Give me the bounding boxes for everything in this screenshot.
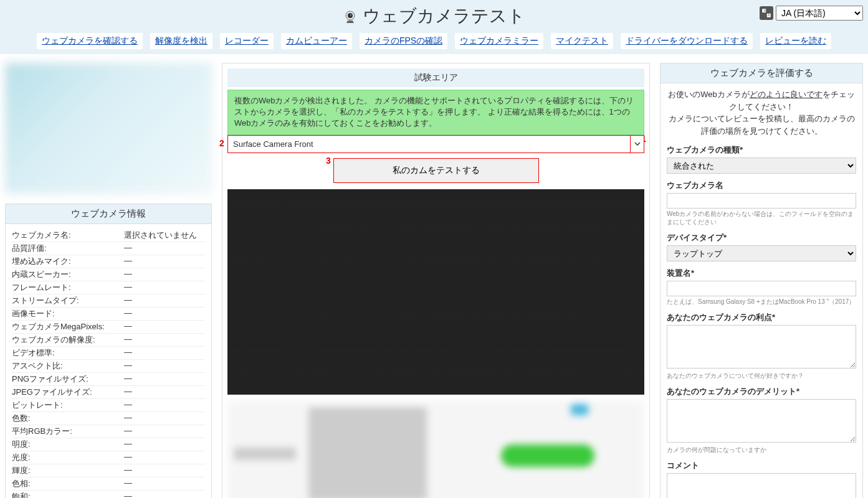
info-label: JPEGファイルサイズ: [12,387,124,398]
nav-recorder[interactable]: レコーダー [220,33,274,49]
device-name-input[interactable] [667,281,856,296]
pros-textarea[interactable] [667,325,856,369]
test-area-panel: 試験エリア 複数のWebカメラが検出されました。 カメラの機能とサポートされてい… [222,63,650,498]
info-label: 色数: [12,413,124,424]
rate-webcam-panel: ウェブカメラを評価する お使いのWebカメラがどのように良いですをチェックしてく… [660,63,863,498]
camera-select-row: 2 Surface Camera Front [227,135,644,153]
info-label: 埋め込みマイク: [12,256,124,267]
info-row: 色数:— [12,412,205,425]
nav-detect-resolution[interactable]: 解像度を検出 [150,33,212,49]
info-row: ストリームタイプ:— [12,294,205,308]
rate-intro-text: お使いのWebカメラがどのように良いですをチェックしてください！ カメラについて… [667,88,856,137]
webcam-type-label: ウェブカメラの種類* [667,144,856,156]
info-row: 飽和:— [12,491,205,498]
info-value: — [124,347,205,359]
nav-webcam-mirror[interactable]: ウェブカメラミラー [455,33,543,49]
cons-textarea[interactable] [667,399,856,443]
camera-dropdown-button[interactable] [630,136,644,153]
callout-marker-2: 2 [219,138,224,148]
info-value: — [124,478,205,489]
info-row: ビデオ標準:— [12,347,205,360]
info-value: — [124,400,205,411]
info-value: — [124,243,205,254]
info-label: ストリームタイプ: [12,295,124,306]
info-row: ウェブカメラ名:選択されていません [12,229,205,242]
nav-fps-check[interactable]: カメラのFPSの確認 [360,33,447,49]
info-row: ビットレート:— [12,399,205,412]
info-value: — [124,426,205,437]
test-camera-button[interactable]: 私のカムをテストする [333,158,539,183]
info-row: PNGファイルサイズ:— [12,373,205,386]
device-type-select[interactable]: ラップトップ [667,245,856,261]
rate-webcam-title: ウェブカメラを評価する [661,63,862,83]
translate-icon: 文A [760,6,773,20]
webcam-info-title: ウェブカメラ情報 [6,204,211,224]
info-row: 内蔵スピーカー:— [12,268,205,281]
info-label: 平均RGBカラー: [12,426,124,437]
webcam-type-select[interactable]: 統合された [667,157,856,174]
webcam-name-hint: Webカメラの名前がわからない場合は、このフィールドを空白のままにしてください [667,210,856,226]
info-label: 輝度: [12,465,124,476]
camera-select-value[interactable]: Surface Camera Front [228,136,630,153]
page-header: ウェブカメラテスト 文A JA (日本語) ウェブカメラを確認する 解像度を検出… [0,0,868,54]
info-row: アスペクト比:— [12,360,205,373]
webcam-info-panel: ウェブカメラ情報 ウェブカメラ名:選択されていません品質評価:—埋め込みマイク:… [5,204,212,498]
info-label: 飽和: [12,491,124,498]
cons-hint: カメラの何が問題になっていますか [667,446,856,454]
info-value: — [124,387,205,398]
info-value: — [124,452,205,463]
info-label: ウェブカメラ名: [12,230,124,241]
info-value: — [124,334,205,345]
nav-cam-viewer[interactable]: カムビューアー [281,33,352,49]
webcam-name-input[interactable] [667,193,856,209]
info-label: アスペクト比: [12,360,124,372]
info-row: フレームレート:— [12,281,205,294]
callout-marker-3: 3 [326,156,331,166]
info-row: 平均RGBカラー:— [12,425,205,438]
nav-mic-test[interactable]: マイクテスト [551,33,613,49]
info-value: — [124,295,205,306]
info-label: PNGファイルサイズ: [12,374,124,385]
info-label: 光度: [12,452,124,463]
comment-textarea[interactable] [667,473,856,498]
info-value: — [124,439,205,450]
language-select[interactable]: JA (日本語) [776,6,863,21]
info-value: — [124,374,205,385]
info-row: 品質評価:— [12,242,205,255]
info-label: 内蔵スピーカー: [12,269,124,280]
svg-point-2 [350,14,351,16]
info-label: ビデオ標準: [12,347,124,359]
info-value: — [124,491,205,498]
device-type-label: デバイスタイプ* [667,232,856,243]
info-label: フレームレート: [12,282,124,293]
info-value: — [124,256,205,267]
info-row: 光度:— [12,451,205,464]
info-value: — [124,465,205,476]
comment-label: コメント [667,460,856,471]
info-value: — [124,282,205,293]
chevron-down-icon [634,139,641,149]
webcam-icon [343,9,358,24]
info-label: ウェブカメラMegaPixels: [12,321,124,332]
nav-read-reviews[interactable]: レビューを読む [760,33,831,49]
info-row: 輝度:— [12,464,205,477]
main-nav: ウェブカメラを確認する 解像度を検出 レコーダー カムビューアー カメラのFPS… [0,33,868,54]
info-row: 明度:— [12,438,205,451]
info-row: ウェブカメラの解像度:— [12,334,205,347]
info-row: ウェブカメラMegaPixels:— [12,321,205,334]
info-label: 品質評価: [12,243,124,254]
ad-placeholder-left [5,63,212,194]
info-label: 明度: [12,439,124,450]
info-label: 色相: [12,478,124,489]
test-area-title: 試験エリア [227,68,644,87]
info-label: ビットレート: [12,400,124,411]
how-good-link[interactable]: どのように良いです [750,90,823,99]
info-label: 画像モード: [12,308,124,319]
svg-text:A: A [768,14,770,17]
nav-download-driver[interactable]: ドライバーをダウンロードする [621,33,753,49]
webcam-name-label: ウェブカメラ名 [667,180,856,191]
info-value: — [124,269,205,280]
nav-check-webcam[interactable]: ウェブカメラを確認する [37,33,143,49]
info-row: 画像モード:— [12,308,205,321]
multi-camera-notice: 複数のWebカメラが検出されました。 カメラの機能とサポートされているプロパティ… [227,90,644,135]
